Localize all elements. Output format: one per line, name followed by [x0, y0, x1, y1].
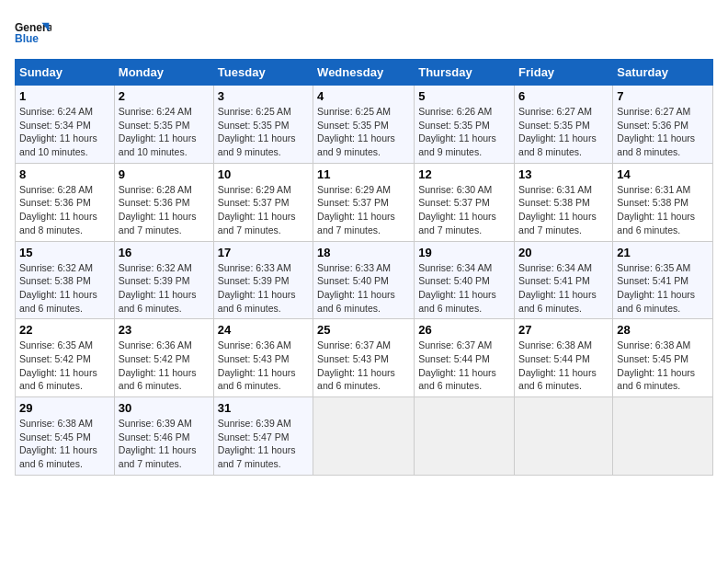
calendar-cell: 16Sunrise: 6:32 AM Sunset: 5:39 PM Dayli…	[114, 241, 213, 319]
day-info: Sunrise: 6:36 AM Sunset: 5:42 PM Dayligh…	[119, 339, 210, 393]
day-info: Sunrise: 6:28 AM Sunset: 5:36 PM Dayligh…	[119, 183, 210, 237]
calendar-cell: 30Sunrise: 6:39 AM Sunset: 5:46 PM Dayli…	[114, 397, 213, 476]
calendar-cell: 29Sunrise: 6:38 AM Sunset: 5:45 PM Dayli…	[16, 397, 115, 476]
day-info: Sunrise: 6:38 AM Sunset: 5:45 PM Dayligh…	[617, 339, 709, 393]
day-number: 19	[418, 246, 510, 259]
page-header: General Blue	[15, 15, 713, 52]
day-info: Sunrise: 6:24 AM Sunset: 5:35 PM Dayligh…	[119, 105, 210, 159]
day-number: 1	[19, 89, 110, 103]
calendar-week-5: 29Sunrise: 6:38 AM Sunset: 5:45 PM Dayli…	[16, 397, 713, 476]
day-number: 10	[218, 167, 309, 181]
day-info: Sunrise: 6:39 AM Sunset: 5:47 PM Dayligh…	[218, 417, 309, 471]
day-info: Sunrise: 6:30 AM Sunset: 5:37 PM Dayligh…	[418, 183, 510, 237]
calendar-cell: 6Sunrise: 6:27 AM Sunset: 5:35 PM Daylig…	[515, 86, 613, 164]
calendar-cell: 11Sunrise: 6:29 AM Sunset: 5:37 PM Dayli…	[313, 163, 415, 241]
column-header-wednesday: Wednesday	[313, 60, 415, 86]
day-info: Sunrise: 6:25 AM Sunset: 5:35 PM Dayligh…	[218, 105, 309, 159]
day-info: Sunrise: 6:39 AM Sunset: 5:46 PM Dayligh…	[119, 417, 210, 471]
calendar-cell	[515, 397, 613, 476]
calendar-cell: 20Sunrise: 6:34 AM Sunset: 5:41 PM Dayli…	[515, 241, 613, 319]
column-header-monday: Monday	[114, 60, 213, 86]
calendar-cell: 4Sunrise: 6:25 AM Sunset: 5:35 PM Daylig…	[313, 86, 415, 164]
day-number: 20	[518, 246, 609, 259]
day-number: 11	[317, 167, 410, 181]
day-number: 28	[617, 323, 709, 337]
day-number: 29	[19, 401, 110, 415]
day-info: Sunrise: 6:29 AM Sunset: 5:37 PM Dayligh…	[317, 183, 410, 237]
day-number: 7	[617, 89, 709, 103]
calendar-cell	[313, 397, 415, 476]
calendar-cell: 25Sunrise: 6:37 AM Sunset: 5:43 PM Dayli…	[313, 319, 415, 397]
column-header-thursday: Thursday	[415, 60, 515, 86]
calendar-cell: 18Sunrise: 6:33 AM Sunset: 5:40 PM Dayli…	[313, 241, 415, 319]
calendar-cell: 12Sunrise: 6:30 AM Sunset: 5:37 PM Dayli…	[415, 163, 515, 241]
calendar-cell: 28Sunrise: 6:38 AM Sunset: 5:45 PM Dayli…	[613, 319, 713, 397]
day-info: Sunrise: 6:27 AM Sunset: 5:35 PM Dayligh…	[518, 105, 609, 159]
day-number: 22	[19, 323, 110, 337]
day-number: 24	[218, 323, 309, 337]
calendar-cell: 23Sunrise: 6:36 AM Sunset: 5:42 PM Dayli…	[114, 319, 213, 397]
day-number: 31	[218, 401, 309, 415]
day-number: 26	[418, 323, 510, 337]
calendar-cell: 2Sunrise: 6:24 AM Sunset: 5:35 PM Daylig…	[114, 86, 213, 164]
day-info: Sunrise: 6:28 AM Sunset: 5:36 PM Dayligh…	[19, 183, 110, 237]
column-header-saturday: Saturday	[613, 60, 713, 86]
calendar-cell: 1Sunrise: 6:24 AM Sunset: 5:34 PM Daylig…	[16, 86, 115, 164]
day-info: Sunrise: 6:25 AM Sunset: 5:35 PM Dayligh…	[317, 105, 410, 159]
day-number: 2	[119, 89, 210, 103]
day-number: 14	[617, 167, 709, 181]
day-info: Sunrise: 6:37 AM Sunset: 5:43 PM Dayligh…	[317, 339, 410, 393]
day-number: 17	[218, 246, 309, 259]
calendar-cell: 3Sunrise: 6:25 AM Sunset: 5:35 PM Daylig…	[213, 86, 313, 164]
calendar-cell: 19Sunrise: 6:34 AM Sunset: 5:40 PM Dayli…	[415, 241, 515, 319]
calendar-cell	[415, 397, 515, 476]
calendar-cell: 14Sunrise: 6:31 AM Sunset: 5:38 PM Dayli…	[613, 163, 713, 241]
day-info: Sunrise: 6:32 AM Sunset: 5:38 PM Dayligh…	[19, 261, 110, 316]
day-number: 15	[19, 246, 110, 259]
calendar-cell: 24Sunrise: 6:36 AM Sunset: 5:43 PM Dayli…	[213, 319, 313, 397]
day-info: Sunrise: 6:26 AM Sunset: 5:35 PM Dayligh…	[418, 105, 510, 159]
day-info: Sunrise: 6:33 AM Sunset: 5:40 PM Dayligh…	[317, 261, 410, 316]
day-info: Sunrise: 6:34 AM Sunset: 5:40 PM Dayligh…	[418, 261, 510, 316]
day-number: 12	[418, 167, 510, 181]
calendar-cell: 21Sunrise: 6:35 AM Sunset: 5:41 PM Dayli…	[613, 241, 713, 319]
day-info: Sunrise: 6:35 AM Sunset: 5:41 PM Dayligh…	[617, 261, 709, 316]
day-info: Sunrise: 6:31 AM Sunset: 5:38 PM Dayligh…	[518, 183, 609, 237]
day-number: 3	[218, 89, 309, 103]
day-number: 25	[317, 323, 410, 337]
calendar-cell: 7Sunrise: 6:27 AM Sunset: 5:36 PM Daylig…	[613, 86, 713, 164]
day-info: Sunrise: 6:38 AM Sunset: 5:44 PM Dayligh…	[518, 339, 609, 393]
day-number: 30	[119, 401, 210, 415]
calendar-cell: 26Sunrise: 6:37 AM Sunset: 5:44 PM Dayli…	[415, 319, 515, 397]
day-info: Sunrise: 6:24 AM Sunset: 5:34 PM Dayligh…	[19, 105, 110, 159]
day-number: 16	[119, 246, 210, 259]
calendar-cell: 27Sunrise: 6:38 AM Sunset: 5:44 PM Dayli…	[515, 319, 613, 397]
day-number: 27	[518, 323, 609, 337]
day-info: Sunrise: 6:31 AM Sunset: 5:38 PM Dayligh…	[617, 183, 709, 237]
header-row: SundayMondayTuesdayWednesdayThursdayFrid…	[16, 60, 713, 86]
day-number: 9	[119, 167, 210, 181]
day-info: Sunrise: 6:38 AM Sunset: 5:45 PM Dayligh…	[19, 417, 110, 471]
calendar-cell: 22Sunrise: 6:35 AM Sunset: 5:42 PM Dayli…	[16, 319, 115, 397]
calendar-cell	[613, 397, 713, 476]
calendar-week-1: 1Sunrise: 6:24 AM Sunset: 5:34 PM Daylig…	[16, 86, 713, 164]
day-info: Sunrise: 6:32 AM Sunset: 5:39 PM Dayligh…	[119, 261, 210, 316]
logo: General Blue	[15, 15, 51, 52]
calendar-cell: 31Sunrise: 6:39 AM Sunset: 5:47 PM Dayli…	[213, 397, 313, 476]
day-info: Sunrise: 6:33 AM Sunset: 5:39 PM Dayligh…	[218, 261, 309, 316]
calendar-cell: 5Sunrise: 6:26 AM Sunset: 5:35 PM Daylig…	[415, 86, 515, 164]
calendar-table: SundayMondayTuesdayWednesdayThursdayFrid…	[15, 59, 713, 476]
day-number: 18	[317, 246, 410, 259]
day-number: 13	[518, 167, 609, 181]
day-info: Sunrise: 6:34 AM Sunset: 5:41 PM Dayligh…	[518, 261, 609, 316]
calendar-week-2: 8Sunrise: 6:28 AM Sunset: 5:36 PM Daylig…	[16, 163, 713, 241]
day-number: 5	[418, 89, 510, 103]
day-number: 23	[119, 323, 210, 337]
day-number: 21	[617, 246, 709, 259]
calendar-cell: 13Sunrise: 6:31 AM Sunset: 5:38 PM Dayli…	[515, 163, 613, 241]
svg-text:Blue: Blue	[15, 32, 39, 45]
calendar-cell: 17Sunrise: 6:33 AM Sunset: 5:39 PM Dayli…	[213, 241, 313, 319]
calendar-cell: 9Sunrise: 6:28 AM Sunset: 5:36 PM Daylig…	[114, 163, 213, 241]
day-number: 6	[518, 89, 609, 103]
day-number: 4	[317, 89, 410, 103]
